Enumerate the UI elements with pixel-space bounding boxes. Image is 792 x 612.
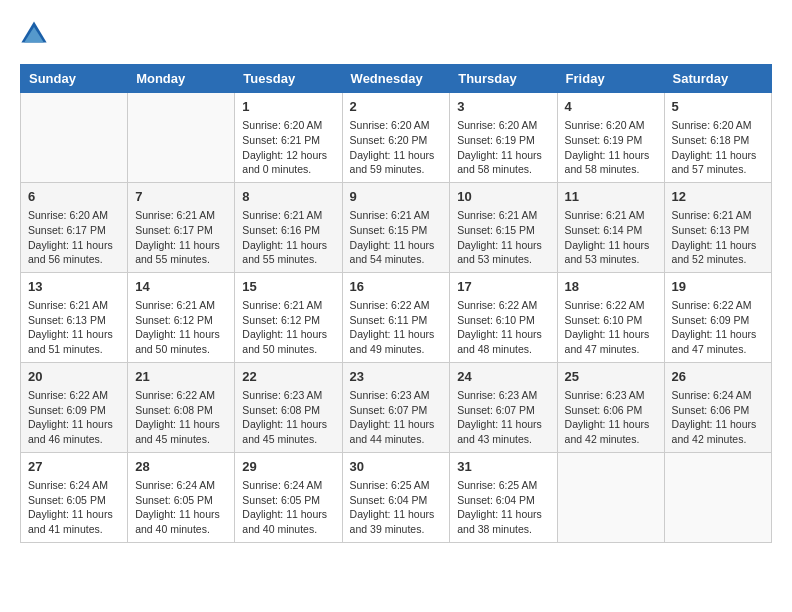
day-info: Sunrise: 6:20 AM <box>672 118 764 133</box>
calendar-cell: 14Sunrise: 6:21 AMSunset: 6:12 PMDayligh… <box>128 272 235 362</box>
column-header-saturday: Saturday <box>664 65 771 93</box>
day-info: Daylight: 11 hours and 41 minutes. <box>28 507 120 536</box>
calendar-cell: 4Sunrise: 6:20 AMSunset: 6:19 PMDaylight… <box>557 93 664 183</box>
day-number: 28 <box>135 458 227 476</box>
day-info: Daylight: 12 hours and 0 minutes. <box>242 148 334 177</box>
day-info: Sunrise: 6:20 AM <box>565 118 657 133</box>
calendar-table: SundayMondayTuesdayWednesdayThursdayFrid… <box>20 64 772 543</box>
day-info: Sunset: 6:13 PM <box>672 223 764 238</box>
calendar-cell: 25Sunrise: 6:23 AMSunset: 6:06 PMDayligh… <box>557 362 664 452</box>
day-number: 6 <box>28 188 120 206</box>
day-info: Daylight: 11 hours and 48 minutes. <box>457 327 549 356</box>
day-info: Sunset: 6:11 PM <box>350 313 443 328</box>
day-number: 21 <box>135 368 227 386</box>
day-number: 7 <box>135 188 227 206</box>
calendar-cell: 13Sunrise: 6:21 AMSunset: 6:13 PMDayligh… <box>21 272 128 362</box>
day-info: Sunset: 6:17 PM <box>135 223 227 238</box>
calendar-week-5: 27Sunrise: 6:24 AMSunset: 6:05 PMDayligh… <box>21 452 772 542</box>
day-info: Sunset: 6:16 PM <box>242 223 334 238</box>
day-info: Sunset: 6:12 PM <box>135 313 227 328</box>
calendar-cell: 22Sunrise: 6:23 AMSunset: 6:08 PMDayligh… <box>235 362 342 452</box>
calendar-cell: 17Sunrise: 6:22 AMSunset: 6:10 PMDayligh… <box>450 272 557 362</box>
calendar-cell: 7Sunrise: 6:21 AMSunset: 6:17 PMDaylight… <box>128 182 235 272</box>
calendar-week-1: 1Sunrise: 6:20 AMSunset: 6:21 PMDaylight… <box>21 93 772 183</box>
day-info: Daylight: 11 hours and 39 minutes. <box>350 507 443 536</box>
day-number: 31 <box>457 458 549 476</box>
calendar-cell: 21Sunrise: 6:22 AMSunset: 6:08 PMDayligh… <box>128 362 235 452</box>
calendar-cell: 12Sunrise: 6:21 AMSunset: 6:13 PMDayligh… <box>664 182 771 272</box>
day-number: 30 <box>350 458 443 476</box>
day-info: Sunrise: 6:22 AM <box>28 388 120 403</box>
day-info: Sunrise: 6:21 AM <box>672 208 764 223</box>
day-number: 11 <box>565 188 657 206</box>
day-info: Daylight: 11 hours and 51 minutes. <box>28 327 120 356</box>
day-info: Daylight: 11 hours and 47 minutes. <box>565 327 657 356</box>
day-info: Daylight: 11 hours and 54 minutes. <box>350 238 443 267</box>
day-info: Daylight: 11 hours and 38 minutes. <box>457 507 549 536</box>
calendar-cell: 8Sunrise: 6:21 AMSunset: 6:16 PMDaylight… <box>235 182 342 272</box>
day-number: 27 <box>28 458 120 476</box>
day-info: Sunrise: 6:24 AM <box>242 478 334 493</box>
day-number: 8 <box>242 188 334 206</box>
day-info: Daylight: 11 hours and 44 minutes. <box>350 417 443 446</box>
calendar-cell: 20Sunrise: 6:22 AMSunset: 6:09 PMDayligh… <box>21 362 128 452</box>
day-info: Daylight: 11 hours and 42 minutes. <box>672 417 764 446</box>
day-info: Sunrise: 6:22 AM <box>672 298 764 313</box>
day-info: Sunrise: 6:22 AM <box>457 298 549 313</box>
day-info: Sunrise: 6:24 AM <box>28 478 120 493</box>
day-info: Daylight: 11 hours and 50 minutes. <box>242 327 334 356</box>
calendar-cell: 23Sunrise: 6:23 AMSunset: 6:07 PMDayligh… <box>342 362 450 452</box>
day-info: Sunset: 6:20 PM <box>350 133 443 148</box>
day-info: Sunrise: 6:20 AM <box>350 118 443 133</box>
day-info: Daylight: 11 hours and 40 minutes. <box>242 507 334 536</box>
day-number: 18 <box>565 278 657 296</box>
calendar-cell: 1Sunrise: 6:20 AMSunset: 6:21 PMDaylight… <box>235 93 342 183</box>
day-info: Sunset: 6:14 PM <box>565 223 657 238</box>
day-info: Sunset: 6:17 PM <box>28 223 120 238</box>
calendar-cell: 15Sunrise: 6:21 AMSunset: 6:12 PMDayligh… <box>235 272 342 362</box>
day-info: Sunset: 6:13 PM <box>28 313 120 328</box>
day-info: Daylight: 11 hours and 55 minutes. <box>135 238 227 267</box>
day-info: Sunrise: 6:25 AM <box>457 478 549 493</box>
day-info: Sunrise: 6:24 AM <box>135 478 227 493</box>
day-info: Daylight: 11 hours and 53 minutes. <box>565 238 657 267</box>
day-info: Sunset: 6:12 PM <box>242 313 334 328</box>
day-info: Sunset: 6:07 PM <box>457 403 549 418</box>
day-info: Sunset: 6:09 PM <box>28 403 120 418</box>
calendar-cell: 30Sunrise: 6:25 AMSunset: 6:04 PMDayligh… <box>342 452 450 542</box>
calendar-cell: 6Sunrise: 6:20 AMSunset: 6:17 PMDaylight… <box>21 182 128 272</box>
calendar-cell: 26Sunrise: 6:24 AMSunset: 6:06 PMDayligh… <box>664 362 771 452</box>
day-info: Sunrise: 6:20 AM <box>457 118 549 133</box>
day-info: Sunset: 6:19 PM <box>565 133 657 148</box>
calendar-cell: 24Sunrise: 6:23 AMSunset: 6:07 PMDayligh… <box>450 362 557 452</box>
column-header-friday: Friday <box>557 65 664 93</box>
logo <box>20 20 52 48</box>
day-info: Daylight: 11 hours and 47 minutes. <box>672 327 764 356</box>
day-number: 2 <box>350 98 443 116</box>
calendar-cell: 18Sunrise: 6:22 AMSunset: 6:10 PMDayligh… <box>557 272 664 362</box>
day-info: Sunset: 6:06 PM <box>672 403 764 418</box>
day-info: Sunrise: 6:20 AM <box>242 118 334 133</box>
day-info: Sunset: 6:06 PM <box>565 403 657 418</box>
calendar-cell: 11Sunrise: 6:21 AMSunset: 6:14 PMDayligh… <box>557 182 664 272</box>
day-info: Sunset: 6:19 PM <box>457 133 549 148</box>
calendar-cell <box>664 452 771 542</box>
day-info: Sunset: 6:04 PM <box>350 493 443 508</box>
day-info: Daylight: 11 hours and 53 minutes. <box>457 238 549 267</box>
day-number: 22 <box>242 368 334 386</box>
day-number: 4 <box>565 98 657 116</box>
day-info: Daylight: 11 hours and 45 minutes. <box>135 417 227 446</box>
day-info: Daylight: 11 hours and 58 minutes. <box>457 148 549 177</box>
page-header <box>20 20 772 48</box>
day-number: 13 <box>28 278 120 296</box>
day-info: Sunset: 6:04 PM <box>457 493 549 508</box>
day-info: Sunset: 6:10 PM <box>565 313 657 328</box>
day-number: 29 <box>242 458 334 476</box>
day-info: Sunset: 6:15 PM <box>350 223 443 238</box>
calendar-cell <box>128 93 235 183</box>
day-number: 20 <box>28 368 120 386</box>
day-number: 17 <box>457 278 549 296</box>
day-info: Sunset: 6:15 PM <box>457 223 549 238</box>
day-info: Daylight: 11 hours and 43 minutes. <box>457 417 549 446</box>
day-number: 14 <box>135 278 227 296</box>
